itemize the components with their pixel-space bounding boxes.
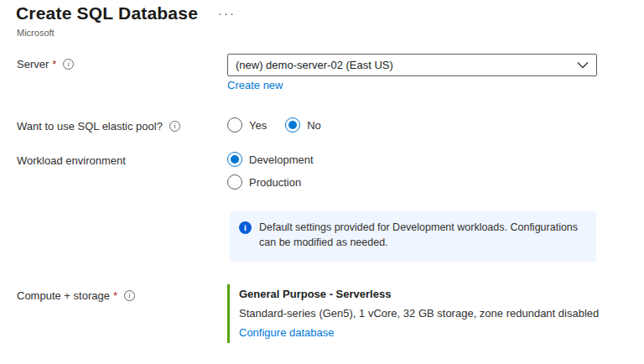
radio-circle-icon (227, 152, 242, 167)
server-label-group: Server * i (17, 58, 74, 70)
create-sql-database-page: Create SQL Database ··· Microsoft Server… (0, 0, 644, 364)
compute-tier-details: Standard-series (Gen5), 1 vCore, 32 GB s… (239, 307, 613, 320)
info-tooltip-icon[interactable]: i (124, 290, 135, 301)
radio-circle-icon (227, 174, 242, 190)
radio-yes-label: Yes (249, 119, 267, 132)
elastic-pool-radio-group: Yes No (227, 117, 321, 133)
elastic-pool-label: Want to use SQL elastic pool? (17, 120, 163, 133)
configure-database-link[interactable]: Configure database (239, 326, 334, 339)
compute-storage-label-group: Compute + storage * i (17, 289, 135, 302)
required-asterisk: * (113, 289, 117, 302)
required-asterisk: * (52, 58, 56, 70)
radio-no[interactable]: No (285, 117, 321, 133)
info-banner-text: Default settings provided for Developmen… (259, 221, 586, 262)
radio-yes[interactable]: Yes (227, 117, 267, 133)
compute-storage-section: General Purpose - Serverless Standard-se… (227, 284, 613, 343)
workload-label-group: Workload environment (17, 154, 126, 167)
radio-production-label: Production (249, 176, 301, 189)
info-banner: i Default settings provided for Developm… (230, 211, 596, 262)
more-options-icon[interactable]: ··· (218, 6, 236, 20)
info-tooltip-icon[interactable]: i (169, 121, 180, 132)
radio-no-label: No (307, 119, 321, 132)
page-title: Create SQL Database (16, 3, 198, 23)
info-tooltip-icon[interactable]: i (63, 59, 74, 70)
radio-production[interactable]: Production (227, 174, 314, 190)
publisher-label: Microsoft (17, 28, 55, 38)
server-select-value: (new) demo-server-02 (East US) (236, 59, 393, 71)
radio-development-label: Development (249, 153, 314, 166)
workload-label: Workload environment (17, 154, 126, 167)
server-select[interactable]: (new) demo-server-02 (East US) (227, 54, 597, 76)
chevron-down-icon (577, 61, 589, 69)
server-label: Server (17, 58, 49, 70)
compute-tier-name: General Purpose - Serverless (239, 288, 613, 300)
radio-circle-icon (227, 117, 242, 133)
compute-storage-label: Compute + storage (17, 289, 110, 302)
elastic-pool-label-group: Want to use SQL elastic pool? i (17, 120, 180, 133)
create-new-server-link[interactable]: Create new (227, 79, 283, 91)
radio-circle-icon (285, 117, 300, 133)
workload-radio-group: Development Production (227, 152, 314, 190)
radio-development[interactable]: Development (227, 152, 314, 167)
info-icon: i (239, 221, 252, 234)
